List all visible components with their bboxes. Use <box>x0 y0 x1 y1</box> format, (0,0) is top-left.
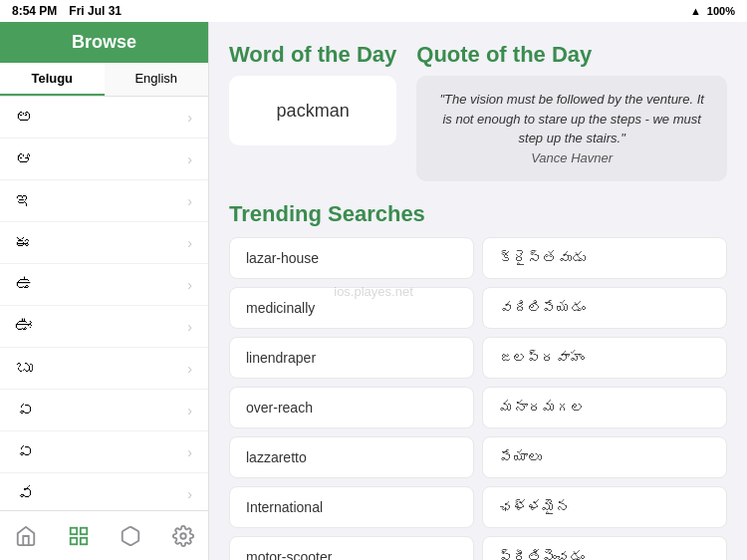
list-item[interactable]: ఏ › <box>0 390 208 431</box>
chevron-icon: › <box>187 403 192 419</box>
main-content: Word of the Day packman Quote of the Day… <box>209 22 747 560</box>
trending-item-english-4[interactable]: lazzaretto <box>229 436 474 478</box>
list-item[interactable]: అ › <box>0 97 208 139</box>
trending-title: Trending Searches <box>229 201 727 227</box>
word-of-day-title: Word of the Day <box>229 42 396 68</box>
chevron-icon: › <box>187 444 192 460</box>
chevron-icon: › <box>187 235 192 251</box>
list-item[interactable]: ఇ › <box>0 180 208 222</box>
trending-item-english-0[interactable]: lazar-house <box>229 237 474 279</box>
chevron-icon: › <box>187 110 192 126</box>
trending-item-english-1[interactable]: medicinally <box>229 287 474 329</box>
tab-english[interactable]: English <box>105 63 209 96</box>
quote-of-day-title: Quote of the Day <box>416 42 727 68</box>
svg-rect-3 <box>81 537 87 543</box>
quote-author: Vance Havner <box>434 148 709 168</box>
trending-item-telugu-2[interactable]: జలప్రవాహం <box>482 337 727 379</box>
chevron-icon: › <box>187 319 192 335</box>
svg-rect-1 <box>81 527 87 533</box>
list-item[interactable]: బు › <box>0 348 208 390</box>
quote-card: "The vision must be followed by the vent… <box>416 76 727 181</box>
chevron-icon: › <box>187 361 192 377</box>
tabbar-browse[interactable] <box>53 511 106 560</box>
trending-item-english-3[interactable]: over-reach <box>229 387 474 428</box>
trending-item-english-5[interactable]: International <box>229 486 474 528</box>
status-date: Fri Jul 31 <box>69 4 122 18</box>
trending-item-telugu-1[interactable]: వదిలిపేయడం <box>482 287 727 329</box>
list-item[interactable]: ఉ › <box>0 264 208 306</box>
quote-of-day-section: Quote of the Day "The vision must be fol… <box>416 42 727 181</box>
sidebar: Browse Telugu English అ › ఆ › ఇ › ఈ › <box>0 22 209 560</box>
char-label: ఊ <box>16 316 34 337</box>
char-label: ఏ <box>16 441 34 462</box>
chevron-icon: › <box>187 193 192 209</box>
tabbar-home[interactable] <box>0 511 53 560</box>
trending-item-telugu-4[interactable]: పేయాలు <box>482 436 727 478</box>
trending-item-english-2[interactable]: linendraper <box>229 337 474 379</box>
status-bar: 8:54 PM Fri Jul 31 ▲ 100% <box>0 0 747 22</box>
tab-telugu[interactable]: Telugu <box>0 63 105 96</box>
word-of-day-value: packman <box>277 101 350 122</box>
trending-section: Trending Searches lazar-house క్రైస్తవుడ… <box>229 201 727 560</box>
tabbar-settings[interactable] <box>157 511 210 560</box>
char-label: బు <box>16 358 33 379</box>
char-label: ఇ <box>16 190 34 211</box>
battery-level: 100% <box>707 5 735 17</box>
char-label: ఉ <box>16 274 34 295</box>
trending-item-telugu-3[interactable]: మనారమగల <box>482 387 727 428</box>
word-of-day-card[interactable]: packman <box>229 76 396 145</box>
chevron-icon: › <box>187 277 192 293</box>
quote-text: "The vision must be followed by the vent… <box>434 90 709 148</box>
char-label: అ <box>16 107 33 128</box>
chevron-icon: › <box>187 151 192 167</box>
list-item[interactable]: ఊ › <box>0 306 208 348</box>
trending-item-telugu-6[interactable]: ప్రీతిపెంచడం <box>482 536 727 560</box>
list-item[interactable]: ఈ › <box>0 222 208 264</box>
trending-item-telugu-5[interactable]: ఛళ్ళమైన <box>482 486 727 528</box>
top-row: Word of the Day packman Quote of the Day… <box>229 42 727 181</box>
list-item[interactable]: ఆ › <box>0 139 208 180</box>
word-of-day-section: Word of the Day packman <box>229 42 396 181</box>
svg-rect-2 <box>71 537 77 543</box>
tabbar-games[interactable] <box>105 511 157 560</box>
svg-rect-0 <box>71 527 77 533</box>
char-label: ఏ <box>16 400 34 420</box>
svg-point-4 <box>180 533 186 539</box>
sidebar-tabs: Telugu English <box>0 63 208 97</box>
status-time: 8:54 PM <box>12 4 57 18</box>
wifi-icon: ▲ <box>690 5 701 17</box>
char-label: ఈ <box>16 232 33 253</box>
trending-item-telugu-0[interactable]: క్రైస్తవుడు <box>482 237 727 279</box>
tab-bar <box>0 510 209 560</box>
chevron-icon: › <box>187 486 192 502</box>
char-label: వ <box>16 483 34 504</box>
list-item[interactable]: వ › <box>0 473 208 510</box>
trending-item-english-6[interactable]: motor-scooter <box>229 536 474 560</box>
sidebar-title: Browse <box>0 22 208 63</box>
sidebar-list: అ › ఆ › ఇ › ఈ › ఉ › ఊ › <box>0 97 208 510</box>
char-label: ఆ <box>16 148 33 169</box>
trending-grid: lazar-house క్రైస్తవుడు medicinally వదిల… <box>229 237 727 560</box>
list-item[interactable]: ఏ › <box>0 431 208 473</box>
